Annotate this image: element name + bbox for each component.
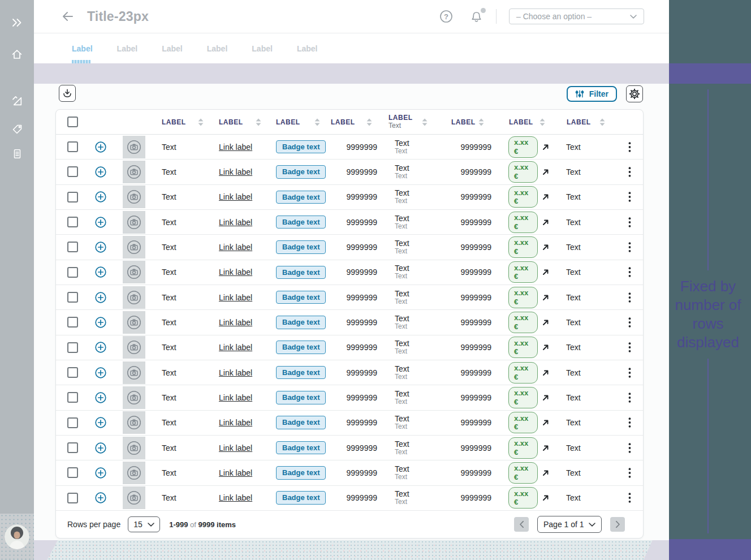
open-item-button[interactable] bbox=[542, 369, 550, 377]
open-item-button[interactable] bbox=[542, 294, 550, 301]
add-row-button[interactable] bbox=[94, 467, 107, 479]
add-row-button[interactable] bbox=[94, 216, 107, 229]
row-link[interactable]: Link label bbox=[219, 293, 252, 302]
open-item-button[interactable] bbox=[542, 143, 550, 151]
sort-icon[interactable] bbox=[421, 118, 428, 127]
row-link[interactable]: Link label bbox=[219, 318, 252, 327]
help-button[interactable]: ? bbox=[439, 9, 454, 24]
row-link[interactable]: Link label bbox=[219, 192, 252, 201]
add-row-button[interactable] bbox=[94, 316, 107, 329]
open-item-button[interactable] bbox=[542, 168, 550, 176]
column-header-6[interactable]: LABEL bbox=[436, 110, 493, 134]
column-header-1[interactable]: LABEL bbox=[156, 110, 212, 134]
tab-6[interactable]: Label bbox=[297, 33, 318, 63]
sidebar-item-documents[interactable] bbox=[0, 141, 34, 166]
add-row-button[interactable] bbox=[94, 191, 107, 203]
table-settings-button[interactable] bbox=[626, 85, 643, 102]
add-row-button[interactable] bbox=[94, 241, 107, 253]
row-checkbox[interactable] bbox=[67, 417, 78, 428]
select-all-checkbox[interactable] bbox=[67, 117, 78, 127]
open-item-button[interactable] bbox=[542, 318, 550, 326]
row-menu-button[interactable] bbox=[628, 267, 631, 277]
previous-page-button[interactable] bbox=[514, 517, 529, 532]
row-menu-button[interactable] bbox=[628, 217, 631, 227]
download-button[interactable] bbox=[59, 85, 76, 102]
open-item-button[interactable] bbox=[542, 193, 550, 201]
next-page-button[interactable] bbox=[610, 517, 625, 532]
row-menu-button[interactable] bbox=[628, 417, 631, 428]
row-checkbox[interactable] bbox=[67, 367, 78, 378]
row-checkbox[interactable] bbox=[67, 242, 78, 252]
header-dropdown[interactable]: – Choose an option – bbox=[509, 8, 644, 24]
sort-icon[interactable] bbox=[255, 118, 262, 127]
column-header-4[interactable]: LABEL bbox=[329, 110, 381, 134]
row-link[interactable]: Link label bbox=[219, 218, 252, 227]
row-menu-button[interactable] bbox=[628, 192, 631, 202]
add-row-button[interactable] bbox=[94, 492, 107, 504]
row-menu-button[interactable] bbox=[628, 142, 631, 152]
tab-4[interactable]: Label bbox=[207, 33, 228, 63]
tab-5[interactable]: Label bbox=[252, 33, 273, 63]
column-header-8[interactable]: LABEL bbox=[554, 110, 615, 134]
row-link[interactable]: Link label bbox=[219, 268, 252, 277]
open-item-button[interactable] bbox=[542, 343, 550, 351]
column-header-3[interactable]: LABEL bbox=[270, 110, 329, 134]
row-checkbox[interactable] bbox=[67, 392, 78, 403]
tab-2[interactable]: Label bbox=[117, 33, 138, 63]
row-menu-button[interactable] bbox=[628, 167, 631, 177]
row-checkbox[interactable] bbox=[67, 166, 78, 177]
user-avatar[interactable] bbox=[5, 524, 29, 549]
row-menu-button[interactable] bbox=[628, 292, 631, 303]
add-row-button[interactable] bbox=[94, 341, 107, 354]
sort-icon[interactable] bbox=[197, 118, 204, 127]
notifications-button[interactable] bbox=[469, 10, 484, 24]
row-checkbox[interactable] bbox=[67, 317, 78, 328]
row-checkbox[interactable] bbox=[67, 292, 78, 303]
row-menu-button[interactable] bbox=[628, 342, 631, 352]
add-row-button[interactable] bbox=[94, 391, 107, 404]
sort-icon[interactable] bbox=[599, 118, 606, 127]
row-checkbox[interactable] bbox=[67, 192, 78, 203]
row-menu-button[interactable] bbox=[628, 393, 631, 403]
row-link[interactable]: Link label bbox=[219, 167, 252, 176]
open-item-button[interactable] bbox=[542, 243, 550, 251]
row-checkbox[interactable] bbox=[67, 141, 78, 152]
open-item-button[interactable] bbox=[542, 444, 550, 452]
open-item-button[interactable] bbox=[542, 494, 550, 502]
row-link[interactable]: Link label bbox=[219, 393, 252, 402]
tab-1[interactable]: Label bbox=[72, 33, 93, 63]
add-row-button[interactable] bbox=[94, 416, 107, 429]
tab-3[interactable]: Label bbox=[162, 33, 183, 63]
open-item-button[interactable] bbox=[542, 394, 550, 402]
column-header-5[interactable]: LABEL Text bbox=[381, 110, 436, 134]
row-link[interactable]: Link label bbox=[219, 343, 252, 352]
row-link[interactable]: Link label bbox=[219, 243, 252, 252]
row-checkbox[interactable] bbox=[67, 217, 78, 227]
add-row-button[interactable] bbox=[94, 166, 107, 178]
sort-icon[interactable] bbox=[539, 118, 546, 127]
page-select[interactable]: Page 1 of 1 bbox=[537, 516, 602, 533]
add-row-button[interactable] bbox=[94, 141, 107, 153]
row-link[interactable]: Link label bbox=[219, 368, 252, 377]
open-item-button[interactable] bbox=[542, 218, 550, 226]
add-row-button[interactable] bbox=[94, 442, 107, 454]
sort-icon[interactable] bbox=[314, 118, 321, 127]
sidebar-expand-button[interactable] bbox=[0, 7, 34, 38]
back-button[interactable] bbox=[61, 10, 75, 23]
open-item-button[interactable] bbox=[542, 268, 550, 276]
sort-icon[interactable] bbox=[478, 118, 485, 127]
sidebar-item-home[interactable] bbox=[0, 38, 34, 70]
open-item-button[interactable] bbox=[542, 469, 550, 477]
row-checkbox[interactable] bbox=[67, 493, 78, 503]
row-checkbox[interactable] bbox=[67, 442, 78, 453]
sidebar-item-design[interactable] bbox=[0, 85, 34, 117]
add-row-button[interactable] bbox=[94, 367, 107, 379]
filter-button[interactable]: Filter bbox=[567, 86, 617, 102]
row-link[interactable]: Link label bbox=[219, 468, 252, 477]
row-menu-button[interactable] bbox=[628, 368, 631, 378]
add-row-button[interactable] bbox=[94, 266, 107, 278]
row-menu-button[interactable] bbox=[628, 242, 631, 252]
row-menu-button[interactable] bbox=[628, 317, 631, 328]
row-link[interactable]: Link label bbox=[219, 493, 252, 502]
row-menu-button[interactable] bbox=[628, 493, 631, 503]
